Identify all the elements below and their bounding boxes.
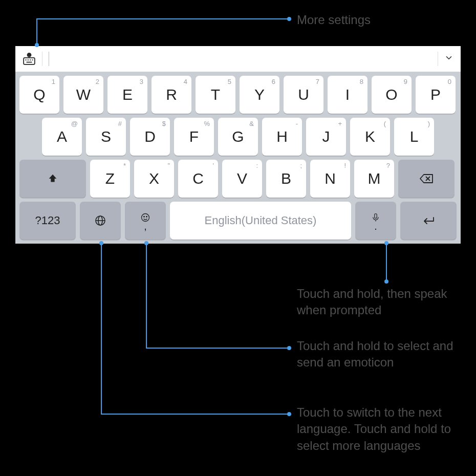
callout-endpoint-dot bbox=[287, 412, 291, 416]
key-o[interactable]: 9O bbox=[372, 76, 412, 114]
key-e[interactable]: 3E bbox=[107, 76, 147, 114]
key-r[interactable]: 4R bbox=[152, 76, 191, 114]
key-language[interactable] bbox=[80, 202, 121, 240]
key-k[interactable]: (K bbox=[350, 118, 390, 156]
key-space[interactable]: English(United States) bbox=[170, 202, 351, 240]
keyboard-row-1: 1Q 2W 3E 4R 5T 6Y 7U 8I 9O 0P bbox=[19, 76, 457, 114]
key-z[interactable]: *Z bbox=[90, 160, 130, 198]
key-p[interactable]: 0P bbox=[416, 76, 456, 114]
callout-speak: Touch and hold, then speak when prompted bbox=[297, 286, 461, 319]
key-t[interactable]: 5T bbox=[196, 76, 235, 114]
key-enter[interactable] bbox=[400, 202, 457, 240]
key-shift[interactable] bbox=[19, 160, 86, 198]
key-backspace[interactable] bbox=[398, 160, 455, 198]
svg-rect-0 bbox=[24, 58, 35, 64]
keyboard-settings-icon[interactable] bbox=[23, 52, 36, 66]
callout-endpoint-dot bbox=[287, 346, 291, 350]
callout-emoticon: Touch and hold to select and send an emo… bbox=[297, 338, 461, 371]
key-numbers[interactable]: ?123 bbox=[19, 202, 76, 240]
key-c[interactable]: 'C bbox=[178, 160, 218, 198]
key-n[interactable]: !N bbox=[310, 160, 350, 198]
callout-endpoint-dot bbox=[287, 17, 291, 21]
globe-icon bbox=[94, 214, 106, 227]
callout-line bbox=[386, 243, 387, 282]
divider bbox=[438, 52, 438, 66]
key-w[interactable]: 2W bbox=[63, 76, 103, 114]
svg-rect-15 bbox=[375, 214, 377, 219]
key-m[interactable]: ?M bbox=[354, 160, 394, 198]
keyboard-keys-area: 1Q 2W 3E 4R 5T 6Y 7U 8I 9O 0P @A #S $D %… bbox=[15, 72, 461, 244]
key-b[interactable]: ;B bbox=[266, 160, 306, 198]
callout-endpoint-dot bbox=[384, 279, 388, 284]
key-a[interactable]: @A bbox=[42, 118, 82, 156]
callout-language: Touch to switch to the next language. To… bbox=[297, 404, 466, 454]
callout-endpoint-dot bbox=[384, 241, 388, 245]
callout-endpoint-dot bbox=[99, 241, 103, 245]
chevron-down-icon bbox=[444, 53, 453, 62]
backspace-icon bbox=[419, 174, 434, 184]
svg-point-14 bbox=[146, 217, 147, 218]
text-cursor bbox=[49, 52, 49, 66]
key-emoticon[interactable]: , bbox=[125, 202, 166, 240]
keyboard-row-4: ?123 , bbox=[19, 202, 457, 240]
callout-line bbox=[36, 18, 37, 45]
key-i[interactable]: 8I bbox=[328, 76, 367, 114]
keyboard-row-3: *Z "X 'C :V ;B !N ?M bbox=[19, 160, 457, 198]
keyboard-panel: 1Q 2W 3E 4R 5T 6Y 7U 8I 9O 0P @A #S $D %… bbox=[15, 46, 461, 244]
callout-endpoint-dot bbox=[35, 43, 39, 47]
key-q[interactable]: 1Q bbox=[19, 76, 59, 114]
key-h[interactable]: -H bbox=[262, 118, 302, 156]
callout-line bbox=[36, 18, 289, 19]
callout-line bbox=[146, 243, 147, 348]
callout-more-settings: More settings bbox=[297, 12, 371, 28]
key-g[interactable]: &G bbox=[218, 118, 258, 156]
key-s[interactable]: #S bbox=[86, 118, 126, 156]
callout-line bbox=[101, 414, 289, 415]
key-u[interactable]: 7U bbox=[284, 76, 323, 114]
callout-endpoint-dot bbox=[144, 241, 148, 245]
divider bbox=[42, 52, 42, 66]
key-j[interactable]: +J bbox=[306, 118, 346, 156]
keyboard-top-bar bbox=[15, 46, 461, 72]
key-v[interactable]: :V bbox=[222, 160, 262, 198]
keyboard-row-2: @A #S $D %F &G -H +J (K )L bbox=[19, 118, 457, 156]
svg-point-13 bbox=[144, 217, 145, 218]
key-d[interactable]: $D bbox=[130, 118, 170, 156]
key-x[interactable]: "X bbox=[134, 160, 174, 198]
key-l[interactable]: )L bbox=[394, 118, 434, 156]
key-voice[interactable]: . bbox=[355, 202, 396, 240]
enter-icon bbox=[422, 216, 435, 225]
callout-line bbox=[146, 348, 289, 349]
key-y[interactable]: 6Y bbox=[240, 76, 279, 114]
callout-line bbox=[101, 243, 102, 414]
shift-icon bbox=[47, 173, 58, 184]
collapse-keyboard-button[interactable] bbox=[444, 53, 453, 64]
key-f[interactable]: %F bbox=[174, 118, 214, 156]
